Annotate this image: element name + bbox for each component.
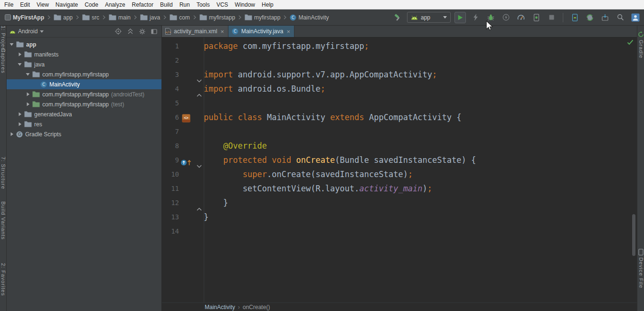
- hide-panel-button[interactable]: [149, 27, 159, 36]
- menu-item-vcs[interactable]: VCS: [213, 1, 232, 9]
- device-manager-button[interactable]: [569, 12, 580, 23]
- tree-item-label: com.myfirstapp.myfirstapp: [42, 101, 109, 108]
- lightning-circle-icon: [502, 14, 510, 21]
- stripe-button-gradle[interactable]: Gradle: [638, 40, 644, 58]
- tree-item-mainactivity[interactable]: CMainActivity: [7, 79, 161, 89]
- menu-item-code[interactable]: Code: [81, 1, 102, 9]
- menu-item-analyze[interactable]: Analyze: [102, 1, 129, 9]
- stripe-button-device-file-explorer[interactable]: Device File Explorer: [638, 257, 644, 311]
- breadcrumb-item-java[interactable]: java: [139, 13, 161, 22]
- locate-file-button[interactable]: [114, 27, 123, 36]
- chevron-collapsed-icon[interactable]: [18, 122, 22, 126]
- breadcrumb-item-myfirstapp[interactable]: myfirstapp: [199, 13, 236, 22]
- run-button[interactable]: [455, 12, 466, 23]
- chevron-expanded-icon[interactable]: [9, 42, 14, 47]
- chevron-collapsed-icon[interactable]: [18, 52, 22, 57]
- code-line-3: 3import android.support.v7.app.AppCompat…: [162, 67, 637, 82]
- breadcrumb-item-myfirstapp[interactable]: myfirstapp: [244, 13, 281, 22]
- profile-avatar-button[interactable]: [630, 12, 641, 23]
- stripe-button-build-variants[interactable]: Build Variants: [0, 201, 6, 240]
- tree-item-java[interactable]: java: [7, 59, 161, 69]
- gutter-cell: [179, 224, 204, 238]
- build-hammer-button[interactable]: [392, 12, 403, 23]
- menu-item-help[interactable]: Help: [258, 1, 277, 9]
- tree-item-app[interactable]: app: [7, 39, 161, 49]
- editor-tab-mainactivity-java[interactable]: CMainActivity.java×: [228, 26, 294, 37]
- search-everywhere-button[interactable]: [615, 12, 626, 23]
- attach-debugger-button[interactable]: [530, 12, 542, 23]
- project-panel-header: Android: [7, 26, 161, 38]
- chevron-collapsed-icon[interactable]: [18, 112, 22, 116]
- stripe-button-captures[interactable]: Captures: [0, 48, 6, 74]
- tree-item-manifests[interactable]: manifests: [7, 49, 161, 59]
- menu-item-file[interactable]: File: [1, 1, 17, 9]
- chevron-expanded-icon[interactable]: [18, 62, 22, 66]
- tree-item-res[interactable]: res: [7, 119, 161, 129]
- code-line-2: 2: [162, 53, 637, 67]
- bottom-breadcrumb-mainactivity[interactable]: MainActivity: [205, 304, 235, 311]
- profiler-button[interactable]: [515, 12, 527, 23]
- run-config-select[interactable]: app: [407, 12, 451, 23]
- breadcrumb-item-app[interactable]: app: [53, 13, 74, 22]
- chevron-collapsed-icon[interactable]: [26, 102, 30, 106]
- breadcrumb-item-main[interactable]: main: [108, 13, 132, 22]
- gradle-sync-button[interactable]: [584, 12, 596, 23]
- menu-item-view[interactable]: View: [33, 1, 52, 9]
- chevron-collapsed-icon[interactable]: [26, 92, 30, 96]
- breadcrumb-label: src: [92, 14, 99, 21]
- editor-scrollbar[interactable]: [632, 214, 635, 256]
- code-line-7: 7: [162, 124, 637, 139]
- folder-icon: [32, 91, 40, 97]
- editor[interactable]: 1package com.myfirstapp.myfirstapp;23imp…: [162, 38, 637, 302]
- breadcrumb-item-mainactivity[interactable]: CMainActivity: [289, 13, 330, 22]
- menu-item-refactor[interactable]: Refactor: [129, 1, 157, 9]
- project-view-selector[interactable]: Android: [18, 28, 38, 35]
- chevron-right-icon: ›: [238, 304, 240, 311]
- tab-label: activity_main.xml: [174, 28, 217, 35]
- bottom-breadcrumb-oncreate[interactable]: onCreate(): [243, 304, 270, 311]
- tree-item-generatedjava[interactable]: generatedJava: [7, 109, 161, 119]
- menu-item-navigate[interactable]: Navigate: [52, 1, 81, 9]
- code-line-4: 4import android.os.Bundle;: [162, 82, 637, 96]
- tree-item-gradle-scripts[interactable]: GGradle Scripts: [7, 129, 161, 139]
- stop-button[interactable]: [546, 12, 557, 23]
- breadcrumb-item-com[interactable]: com: [169, 13, 191, 22]
- menu-item-build[interactable]: Build: [157, 1, 176, 9]
- tree-item-label: res: [34, 121, 42, 128]
- menu-item-edit[interactable]: Edit: [17, 1, 33, 9]
- tree-item-com-myfirstapp-myfirstapp[interactable]: com.myfirstapp.myfirstapp: [7, 69, 161, 79]
- chevron-expanded-icon[interactable]: [26, 72, 30, 76]
- menu-item-run[interactable]: Run: [176, 1, 193, 9]
- gutter-cell: [179, 167, 204, 181]
- chevron-collapsed-icon[interactable]: [9, 132, 14, 136]
- menu-item-tools[interactable]: Tools: [193, 1, 213, 9]
- tab-close-icon[interactable]: ×: [220, 28, 225, 35]
- line-number: 14: [162, 224, 179, 238]
- svg-text:G: G: [18, 132, 21, 137]
- code-line-10: 10 super.onCreate(savedInstanceState);: [162, 167, 637, 181]
- chevron-right-icon: [193, 15, 196, 19]
- menu-item-window[interactable]: Window: [231, 1, 258, 9]
- editor-tab-activity-main-xml[interactable]: </>activity_main.xml×: [162, 26, 228, 37]
- tab-close-icon[interactable]: ×: [286, 28, 291, 35]
- collapse-all-button[interactable]: [125, 27, 135, 36]
- code-line-6: 6<>public class MainActivity extends App…: [162, 110, 637, 124]
- tree-item-label: generatedJava: [34, 111, 72, 118]
- main-area: 1: ProjectCaptures7: StructureBuild Vari…: [0, 26, 644, 311]
- apply-changes-button[interactable]: [470, 12, 481, 23]
- sdk-manager-button[interactable]: [599, 12, 611, 23]
- toolbar-separator: [563, 13, 563, 22]
- breadcrumb-item-myfirstapp[interactable]: MyFirstApp: [4, 13, 45, 22]
- stripe-button-7-structure[interactable]: 7: Structure: [0, 157, 6, 189]
- toolbar-actions: app: [392, 12, 641, 23]
- chevron-right-icon: [284, 15, 286, 19]
- settings-gear-button[interactable]: [137, 27, 147, 36]
- stripe-button-2-favorites[interactable]: 2: Favorites: [0, 263, 6, 296]
- tree-item-com-myfirstapp-myfirstapp-test[interactable]: com.myfirstapp.myfirstapp (test): [7, 99, 161, 109]
- project-panel: Android appmanifestsjavacom.myfirstapp.m…: [7, 26, 162, 311]
- breadcrumb-item-src[interactable]: src: [81, 13, 100, 22]
- apply-code-changes-button[interactable]: [500, 12, 511, 23]
- code-text: }: [204, 196, 228, 210]
- tree-item-com-myfirstapp-myfirstapp-androidtest[interactable]: com.myfirstapp.myfirstapp (androidTest): [7, 89, 161, 99]
- code-line-12: 12 }: [162, 196, 637, 210]
